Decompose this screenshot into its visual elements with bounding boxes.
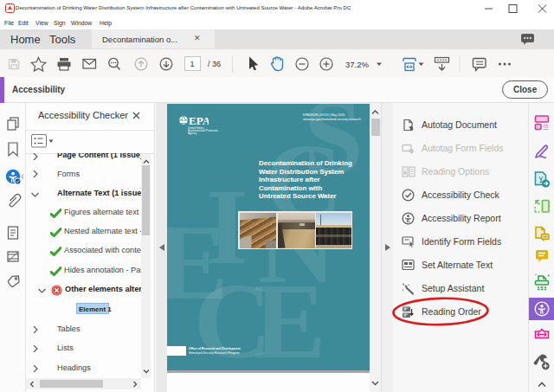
svg-text:/ 36: / 36 [208,60,221,68]
svg-text:1: 1 [190,60,194,68]
svg-text:37.2%: 37.2% [345,60,369,69]
svg-text:EPA: EPA [189,114,209,126]
